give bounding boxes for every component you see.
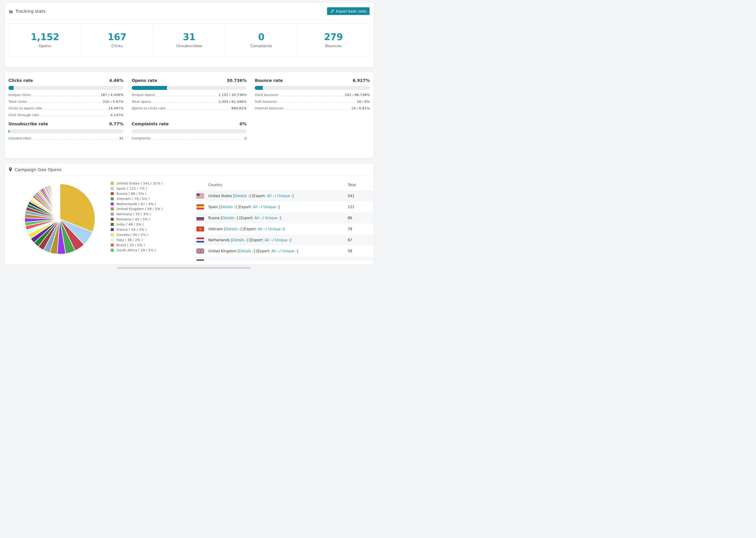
flag-cell (194, 204, 208, 209)
details-link[interactable]: Details › (221, 205, 236, 209)
progress-bar-fill (132, 86, 167, 90)
flag-de-icon (196, 260, 204, 260)
export-button-label: Export basic stats (336, 9, 366, 13)
country-cell: United States [Details ›] [Export: All ›… (208, 194, 348, 198)
rate-title: Bounce rate (255, 78, 283, 83)
rate-row-value: 242 / 86.738% (345, 93, 370, 97)
legend-swatch (111, 238, 114, 242)
geo-pie-chart (23, 183, 96, 256)
stat-label: Opens (39, 44, 51, 48)
rate-block-clicks-rate: Clicks rate4.46%Unique clicks167 / 4.456… (9, 78, 124, 120)
stat-value: 167 (108, 32, 126, 41)
rate-block-unsubscribe-rate: Unsubscribe rate0.77%Unsubscribes31 (9, 122, 124, 143)
country-cell: United Kingdom [Details ›] [Export: All … (208, 249, 348, 253)
legend-swatch (111, 248, 114, 252)
rate-block-bounce-rate: Bounce rate6.927%Hard bounces242 / 86.73… (255, 78, 370, 120)
export-all-link[interactable]: All › (271, 249, 278, 253)
export-all-link[interactable]: All › (253, 205, 260, 209)
geo-table-row: Vietnam [Details ›] [Export: All › / Uni… (194, 224, 374, 235)
progress-bar-fill (9, 129, 9, 133)
export-unique-link[interactable]: Unique › (268, 227, 283, 231)
pie-legend: United States ( 541 / 31% )Spain ( 121 /… (111, 181, 163, 252)
legend-swatch (111, 182, 114, 185)
rate-title-row: Unsubscribe rate0.77% (9, 122, 124, 126)
details-link[interactable]: Details › (232, 238, 247, 242)
legend-label: United Kingdom ( 59 / 3% ) (117, 207, 163, 211)
dotted-leader (157, 96, 217, 96)
legend-label: South Africa ( 29 / 2% ) (117, 248, 156, 252)
rate-row-label: Complaints (132, 136, 151, 140)
flag-cell (194, 193, 208, 198)
details-link[interactable]: Details › (225, 227, 240, 231)
legend-item: Romania ( 49 / 3% ) (111, 217, 163, 222)
progress-bar-track (132, 86, 247, 90)
rate-row-label: Click through rate (9, 113, 39, 117)
export-all-link[interactable]: All › (254, 216, 261, 220)
horizontal-scrollbar[interactable] (117, 267, 251, 269)
rate-rows: Unique opens1,152 / 30.736%Total opens2,… (132, 93, 247, 113)
flag-cell (194, 238, 208, 242)
rate-row: Total opens2,303 / 61.446% (132, 100, 247, 107)
export-all-link[interactable]: All › (258, 227, 265, 231)
rate-row: Soft bounces18 / 0% (255, 100, 370, 107)
legend-label: Canada ( 40 / 2% ) (117, 233, 148, 237)
legend-item: South Africa ( 29 / 2% ) (111, 248, 163, 253)
export-all-link[interactable]: All › (267, 194, 274, 198)
rate-title: Clicks rate (9, 78, 33, 83)
export-basic-stats-button[interactable]: Export basic stats (327, 7, 369, 15)
legend-label: Spain ( 121 / 7% ) (117, 187, 147, 190)
details-link[interactable]: Details › (227, 260, 242, 261)
stat-value: 0 (258, 32, 264, 41)
legend-label: Germany ( 55 / 3% ) (117, 212, 151, 216)
details-link[interactable]: Details › (235, 194, 249, 198)
legend-swatch (111, 207, 114, 211)
dotted-leader (33, 139, 117, 139)
export-unique-link[interactable]: Unique › (277, 194, 292, 198)
rate-row-value: 18 / 0% (357, 100, 370, 103)
legend-label: Italy ( 36 / 2% ) (117, 238, 143, 242)
export-unique-link[interactable]: Unique › (275, 238, 290, 242)
progress-bar-fill (255, 86, 263, 90)
geo-table-row: Germany [Details ›] [Export: All › / Uni… (194, 256, 374, 260)
geo-table-header-total: Total (348, 183, 374, 187)
legend-item: United States ( 541 / 31% ) (111, 181, 163, 186)
campaign-geo-opens-card: Campaign Geo Opens United States ( 541 /… (4, 163, 374, 265)
stats-summary-row: 1,152Opens167Clicks31Unsubscribes0Compla… (9, 24, 369, 57)
country-total: 121 (348, 205, 374, 209)
export-unique-link[interactable]: Unique › (265, 216, 280, 220)
country-total: 86 (348, 216, 374, 220)
rate-value: 0% (240, 122, 247, 126)
legend-item: Germany ( 55 / 3% ) (111, 211, 163, 217)
country-total: 67 (348, 238, 374, 242)
progress-bar-track (9, 86, 124, 90)
flag-vn-icon (196, 227, 204, 232)
rate-row-value: 31 (119, 136, 123, 140)
rate-rows: Hard bounces242 / 86.738%Soft bounces18 … (255, 93, 370, 113)
rate-row-value: 14.497% (108, 106, 124, 110)
legend-swatch (111, 228, 114, 231)
export-all-link[interactable]: All › (265, 238, 271, 242)
rate-rows: Complaints0 (132, 136, 247, 143)
export-unique-link[interactable]: Unique › (282, 249, 297, 253)
stat-box-opens: 1,152Opens (9, 24, 81, 57)
rate-row: Click through rate4.147% (9, 113, 124, 120)
rate-value: 0.77% (109, 122, 124, 126)
export-unique-link[interactable]: Unique › (270, 260, 285, 261)
geo-table-header: CountryTotal (194, 176, 374, 190)
export-all-link[interactable]: All › (259, 260, 266, 261)
dotted-leader (152, 139, 243, 139)
details-link[interactable]: Details › (222, 216, 237, 220)
legend-item: Brazil ( 33 / 2% ) (111, 242, 163, 248)
country-cell: Germany [Details ›] [Export: All › / Uni… (208, 260, 348, 261)
rate-row-value: 19 / 6.81% (351, 106, 370, 110)
geo-content: United States ( 541 / 31% )Spain ( 121 /… (5, 176, 374, 265)
geo-header: Campaign Geo Opens (5, 163, 374, 176)
rate-row-value: 220 / 5.87% (103, 100, 124, 103)
stat-label: Unsubscribes (176, 44, 202, 48)
geo-title: Campaign Geo Opens (15, 167, 62, 172)
progress-bar-track (132, 129, 247, 133)
details-link[interactable]: Details › (239, 249, 254, 253)
dashboard-page: Tracking stats Export basic stats 1,152O… (0, 0, 378, 269)
rate-row-label: Unsubscribes (9, 136, 31, 140)
export-unique-link[interactable]: Unique › (263, 205, 279, 209)
